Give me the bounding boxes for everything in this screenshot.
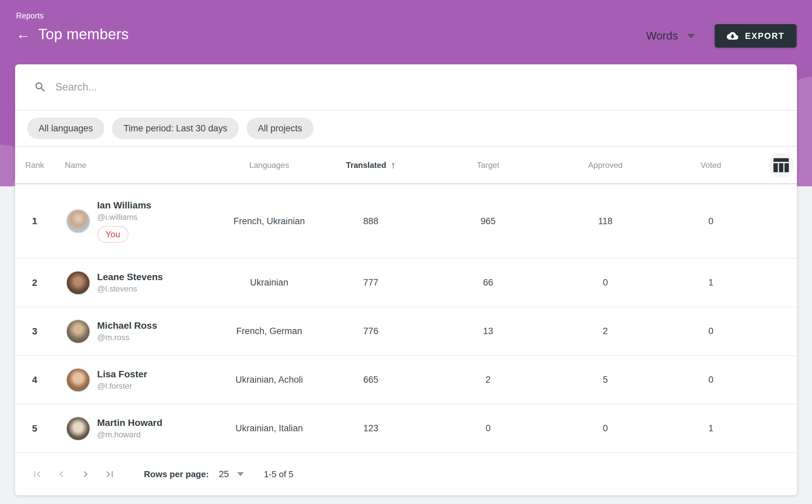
target-value: 2	[422, 375, 554, 385]
member-cell: Ian Williams @i.williams You	[54, 200, 219, 243]
languages-value: French, German	[218, 326, 320, 336]
voted-value: 0	[656, 326, 765, 336]
column-header-voted[interactable]: Voted	[656, 161, 765, 170]
previous-page-button[interactable]	[49, 462, 73, 486]
table-row: 5 Martin Howard @m.howard Ukrainian, Ita…	[15, 404, 797, 453]
table-row: 3 Michael Ross @m.ross French, German 77…	[15, 307, 797, 356]
page-title: Top members	[38, 26, 129, 43]
approved-value: 0	[554, 277, 656, 288]
filter-chip-languages[interactable]: All languages	[27, 118, 104, 139]
rows-per-page-value: 25	[219, 469, 229, 480]
member-cell: Michael Ross @m.ross	[54, 320, 219, 343]
you-badge: You	[97, 226, 129, 243]
languages-value: French, Ukrainian	[218, 216, 320, 227]
column-header-translated-label: Translated	[346, 161, 386, 170]
column-settings-button[interactable]	[768, 152, 794, 178]
avatar[interactable]	[67, 210, 90, 233]
table-row: 1 Ian Williams @i.williams You French, U…	[15, 184, 797, 259]
column-header-name: Name	[54, 161, 219, 170]
chevron-down-icon	[237, 472, 244, 476]
voted-value: 0	[656, 216, 765, 227]
sort-ascending-icon: ↑	[391, 160, 396, 171]
member-name[interactable]: Michael Ross	[97, 320, 157, 331]
unit-dropdown[interactable]: Words	[646, 29, 695, 42]
table-row: 4 Lisa Foster @l.forster Ukrainian, Acho…	[15, 356, 797, 404]
translated-value: 777	[320, 277, 422, 288]
translated-value: 776	[320, 326, 422, 336]
rank-value: 4	[15, 375, 54, 385]
translated-value: 123	[320, 423, 422, 434]
voted-value: 1	[656, 277, 765, 288]
first-page-button[interactable]	[25, 462, 49, 486]
rank-value: 1	[15, 216, 54, 227]
pagination-bar: Rows per page: 25 1-5 of 5	[15, 453, 797, 495]
table-columns-icon	[773, 158, 789, 172]
filter-chips: All languages Time period: Last 30 days …	[15, 111, 797, 147]
member-username: @m.ross	[97, 333, 129, 342]
rank-value: 2	[15, 277, 54, 288]
back-arrow-icon[interactable]: ←	[16, 27, 30, 41]
chevron-down-icon	[687, 34, 695, 38]
approved-value: 5	[554, 375, 656, 385]
chevron-left-icon	[55, 468, 67, 480]
filter-chip-projects[interactable]: All projects	[247, 118, 314, 139]
approved-value: 0	[554, 423, 656, 434]
member-username: @m.howard	[97, 430, 141, 439]
member-username: @l.stevens	[97, 284, 137, 294]
target-value: 0	[422, 423, 554, 434]
target-value: 965	[422, 216, 554, 227]
unit-dropdown-value: Words	[646, 29, 678, 42]
breadcrumb[interactable]: Reports	[16, 11, 796, 20]
member-name[interactable]: Martin Howard	[97, 418, 162, 428]
avatar[interactable]	[67, 320, 90, 343]
search-bar	[15, 64, 797, 111]
member-name[interactable]: Leane Stevens	[97, 272, 163, 282]
next-page-button[interactable]	[73, 462, 98, 486]
rows-per-page-select[interactable]: 25	[219, 469, 244, 480]
column-header-languages[interactable]: Languages	[218, 161, 320, 170]
header-controls: Words EXPORT	[646, 24, 797, 48]
avatar[interactable]	[67, 369, 90, 391]
member-cell: Lisa Foster @l.forster	[54, 369, 219, 391]
languages-value: Ukrainian, Italian	[218, 423, 320, 434]
translated-value: 888	[320, 216, 422, 227]
column-header-target[interactable]: Target	[422, 161, 554, 170]
export-button-label: EXPORT	[745, 31, 784, 41]
column-header-translated[interactable]: Translated ↑	[320, 160, 422, 171]
search-input[interactable]	[55, 81, 781, 93]
chevron-right-icon	[79, 468, 92, 480]
filter-chip-time-period[interactable]: Time period: Last 30 days	[112, 118, 239, 139]
member-name[interactable]: Ian Williams	[97, 200, 152, 211]
translated-value: 665	[320, 375, 422, 385]
table-row: 2 Leane Stevens @l.stevens Ukrainian 777…	[15, 259, 797, 307]
voted-value: 1	[656, 423, 765, 434]
member-cell: Leane Stevens @l.stevens	[54, 271, 219, 294]
first-page-icon	[31, 468, 43, 480]
search-icon	[34, 81, 47, 93]
column-header-rank: Rank	[15, 161, 54, 170]
languages-value: Ukrainian	[218, 277, 320, 288]
member-cell: Martin Howard @m.howard	[54, 417, 219, 440]
cloud-download-icon	[727, 30, 738, 42]
last-page-icon	[104, 468, 116, 480]
rows-per-page-label: Rows per page:	[144, 469, 209, 480]
avatar[interactable]	[67, 271, 90, 294]
languages-value: Ukrainian, Acholi	[218, 375, 320, 385]
member-name[interactable]: Lisa Foster	[97, 369, 147, 380]
table-header: Rank Name Languages Translated ↑ Target …	[15, 147, 797, 184]
rank-value: 3	[15, 326, 54, 337]
approved-value: 118	[554, 216, 656, 227]
avatar[interactable]	[67, 417, 90, 440]
pagination-range: 1-5 of 5	[264, 469, 293, 480]
target-value: 13	[422, 326, 554, 336]
column-header-approved[interactable]: Approved	[554, 161, 656, 170]
approved-value: 2	[554, 326, 656, 336]
voted-value: 0	[656, 375, 765, 385]
last-page-button[interactable]	[98, 462, 122, 486]
report-card: All languages Time period: Last 30 days …	[15, 64, 797, 495]
export-button[interactable]: EXPORT	[715, 24, 797, 48]
member-username: @l.forster	[97, 381, 132, 391]
member-username: @i.williams	[97, 212, 138, 222]
rank-value: 5	[15, 423, 54, 434]
target-value: 66	[422, 277, 554, 288]
